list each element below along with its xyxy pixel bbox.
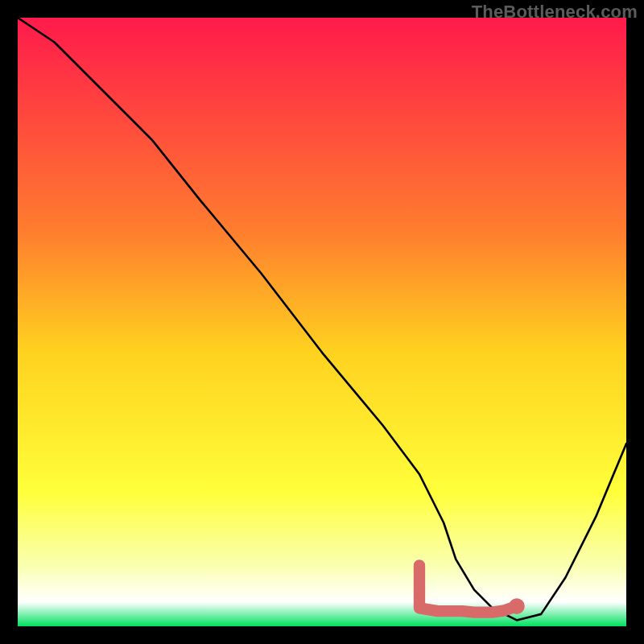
optimal-range-end-dot xyxy=(509,598,525,614)
chart-frame: TheBottleneck.com xyxy=(0,0,644,644)
chart-svg xyxy=(18,18,626,626)
watermark-text: TheBottleneck.com xyxy=(472,2,638,23)
gradient-bg xyxy=(18,18,626,626)
plot-area xyxy=(18,18,626,626)
